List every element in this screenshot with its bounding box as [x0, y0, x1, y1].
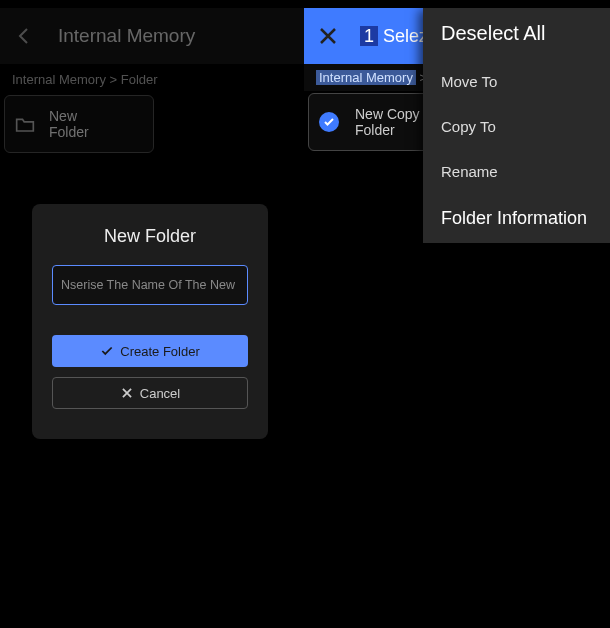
- back-icon[interactable]: [12, 24, 36, 48]
- context-menu: Deselect All Move To Copy To Rename Fold…: [423, 8, 610, 243]
- cancel-button[interactable]: Cancel: [52, 377, 248, 409]
- menu-move-to[interactable]: Move To: [423, 59, 610, 104]
- check-icon: [319, 112, 339, 132]
- menu-folder-info[interactable]: Folder Information: [423, 194, 610, 243]
- menu-deselect-all[interactable]: Deselect All: [423, 8, 610, 59]
- menu-rename[interactable]: Rename: [423, 149, 610, 194]
- new-folder-dialog: New Folder Create Folder Cancel: [32, 204, 268, 439]
- close-icon[interactable]: [316, 24, 340, 48]
- menu-copy-to[interactable]: Copy To: [423, 104, 610, 149]
- folder-icon: [15, 116, 35, 132]
- folder-item[interactable]: NewFolder: [4, 95, 154, 153]
- folder-label: NewFolder: [49, 108, 89, 140]
- app-title: Internal Memory: [58, 25, 195, 47]
- create-folder-button[interactable]: Create Folder: [52, 335, 248, 367]
- folder-name-input[interactable]: [52, 265, 248, 305]
- dialog-title: New Folder: [52, 226, 248, 247]
- cancel-label: Cancel: [140, 386, 180, 401]
- create-label: Create Folder: [120, 344, 199, 359]
